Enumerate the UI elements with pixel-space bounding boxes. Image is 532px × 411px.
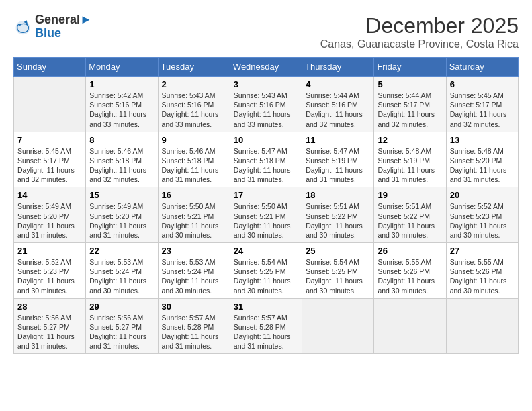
day-number: 28 — [17, 302, 82, 312]
day-info: Sunrise: 5:57 AM Sunset: 5:28 PM Dayligh… — [162, 313, 226, 351]
calendar-cell: 24Sunrise: 5:54 AM Sunset: 5:25 PM Dayli… — [230, 243, 302, 299]
day-number: 27 — [450, 246, 515, 256]
calendar-cell — [446, 298, 518, 354]
day-number: 12 — [378, 135, 442, 145]
calendar-cell: 26Sunrise: 5:55 AM Sunset: 5:26 PM Dayli… — [374, 243, 446, 299]
calendar-cell: 8Sunrise: 5:46 AM Sunset: 5:18 PM Daylig… — [86, 132, 158, 187]
day-number: 14 — [17, 190, 82, 200]
calendar-cell: 20Sunrise: 5:52 AM Sunset: 5:23 PM Dayli… — [446, 187, 518, 243]
calendar-cell: 6Sunrise: 5:45 AM Sunset: 5:17 PM Daylig… — [446, 77, 518, 132]
main-title: December 2025 — [320, 13, 519, 38]
week-row-5: 28Sunrise: 5:56 AM Sunset: 5:27 PM Dayli… — [14, 298, 519, 354]
calendar-cell: 9Sunrise: 5:46 AM Sunset: 5:18 PM Daylig… — [158, 132, 230, 187]
day-info: Sunrise: 5:49 AM Sunset: 5:20 PM Dayligh… — [17, 201, 82, 240]
day-info: Sunrise: 5:43 AM Sunset: 5:16 PM Dayligh… — [234, 91, 298, 129]
header-saturday: Saturday — [446, 58, 518, 77]
day-number: 4 — [306, 79, 370, 89]
day-info: Sunrise: 5:57 AM Sunset: 5:28 PM Dayligh… — [234, 313, 298, 351]
day-number: 5 — [378, 79, 442, 89]
day-info: Sunrise: 5:49 AM Sunset: 5:20 PM Dayligh… — [89, 201, 154, 240]
calendar-cell — [374, 298, 446, 354]
header-tuesday: Tuesday — [158, 58, 230, 77]
day-info: Sunrise: 5:43 AM Sunset: 5:16 PM Dayligh… — [162, 91, 226, 129]
day-info: Sunrise: 5:44 AM Sunset: 5:16 PM Dayligh… — [306, 91, 370, 129]
day-info: Sunrise: 5:56 AM Sunset: 5:27 PM Dayligh… — [17, 313, 82, 351]
day-number: 22 — [89, 246, 154, 256]
day-info: Sunrise: 5:54 AM Sunset: 5:25 PM Dayligh… — [234, 257, 298, 295]
calendar-cell: 12Sunrise: 5:48 AM Sunset: 5:19 PM Dayli… — [374, 132, 446, 187]
day-number: 17 — [234, 190, 298, 200]
day-info: Sunrise: 5:48 AM Sunset: 5:19 PM Dayligh… — [378, 146, 442, 185]
day-info: Sunrise: 5:45 AM Sunset: 5:17 PM Dayligh… — [450, 91, 515, 129]
calendar-cell: 18Sunrise: 5:51 AM Sunset: 5:22 PM Dayli… — [302, 187, 374, 243]
day-number: 8 — [89, 135, 154, 145]
day-info: Sunrise: 5:47 AM Sunset: 5:18 PM Dayligh… — [234, 146, 298, 185]
calendar-cell: 27Sunrise: 5:55 AM Sunset: 5:26 PM Dayli… — [446, 243, 518, 299]
calendar-cell: 2Sunrise: 5:43 AM Sunset: 5:16 PM Daylig… — [158, 77, 230, 132]
logo-icon — [13, 17, 32, 36]
calendar-cell: 30Sunrise: 5:57 AM Sunset: 5:28 PM Dayli… — [158, 298, 230, 354]
day-info: Sunrise: 5:48 AM Sunset: 5:20 PM Dayligh… — [450, 146, 515, 185]
day-number: 7 — [17, 135, 82, 145]
calendar-cell: 10Sunrise: 5:47 AM Sunset: 5:18 PM Dayli… — [230, 132, 302, 187]
day-info: Sunrise: 5:55 AM Sunset: 5:26 PM Dayligh… — [378, 257, 442, 295]
calendar-cell: 23Sunrise: 5:53 AM Sunset: 5:24 PM Dayli… — [158, 243, 230, 299]
title-section: December 2025 Canas, Guanacaste Province… — [320, 13, 519, 50]
day-info: Sunrise: 5:45 AM Sunset: 5:17 PM Dayligh… — [17, 146, 82, 185]
day-number: 26 — [378, 246, 442, 256]
subtitle: Canas, Guanacaste Province, Costa Rica — [320, 38, 519, 50]
calendar-cell: 31Sunrise: 5:57 AM Sunset: 5:28 PM Dayli… — [230, 298, 302, 354]
day-number: 6 — [450, 79, 515, 89]
day-number: 9 — [162, 135, 226, 145]
day-number: 10 — [234, 135, 298, 145]
calendar-header-row: Sunday Monday Tuesday Wednesday Thursday… — [14, 58, 519, 77]
header-monday: Monday — [86, 58, 158, 77]
day-info: Sunrise: 5:52 AM Sunset: 5:23 PM Dayligh… — [17, 257, 82, 295]
calendar-cell: 28Sunrise: 5:56 AM Sunset: 5:27 PM Dayli… — [14, 298, 86, 354]
header-wednesday: Wednesday — [230, 58, 302, 77]
calendar-cell: 4Sunrise: 5:44 AM Sunset: 5:16 PM Daylig… — [302, 77, 374, 132]
day-number: 29 — [89, 302, 154, 312]
day-number: 19 — [378, 190, 442, 200]
day-info: Sunrise: 5:50 AM Sunset: 5:21 PM Dayligh… — [162, 201, 226, 240]
day-info: Sunrise: 5:51 AM Sunset: 5:22 PM Dayligh… — [306, 201, 370, 240]
day-info: Sunrise: 5:53 AM Sunset: 5:24 PM Dayligh… — [89, 257, 154, 295]
calendar-cell: 29Sunrise: 5:56 AM Sunset: 5:27 PM Dayli… — [86, 298, 158, 354]
logo-text-line2: Blue — [35, 27, 92, 40]
header-friday: Friday — [374, 58, 446, 77]
calendar-cell: 3Sunrise: 5:43 AM Sunset: 5:16 PM Daylig… — [230, 77, 302, 132]
day-info: Sunrise: 5:55 AM Sunset: 5:26 PM Dayligh… — [450, 257, 515, 295]
day-number: 18 — [306, 190, 370, 200]
day-number: 25 — [306, 246, 370, 256]
day-number: 31 — [234, 302, 298, 312]
logo: General► Blue — [13, 13, 92, 40]
day-info: Sunrise: 5:46 AM Sunset: 5:18 PM Dayligh… — [162, 146, 226, 185]
day-number: 21 — [17, 246, 82, 256]
calendar-cell: 1Sunrise: 5:42 AM Sunset: 5:16 PM Daylig… — [86, 77, 158, 132]
calendar-cell: 7Sunrise: 5:45 AM Sunset: 5:17 PM Daylig… — [14, 132, 86, 187]
day-number: 11 — [306, 135, 370, 145]
calendar-cell: 14Sunrise: 5:49 AM Sunset: 5:20 PM Dayli… — [14, 187, 86, 243]
calendar-cell: 22Sunrise: 5:53 AM Sunset: 5:24 PM Dayli… — [86, 243, 158, 299]
day-info: Sunrise: 5:52 AM Sunset: 5:23 PM Dayligh… — [450, 201, 515, 240]
calendar-cell: 19Sunrise: 5:51 AM Sunset: 5:22 PM Dayli… — [374, 187, 446, 243]
week-row-1: 1Sunrise: 5:42 AM Sunset: 5:16 PM Daylig… — [14, 77, 519, 132]
calendar-cell: 11Sunrise: 5:47 AM Sunset: 5:19 PM Dayli… — [302, 132, 374, 187]
calendar-cell: 15Sunrise: 5:49 AM Sunset: 5:20 PM Dayli… — [86, 187, 158, 243]
calendar-cell: 25Sunrise: 5:54 AM Sunset: 5:25 PM Dayli… — [302, 243, 374, 299]
day-info: Sunrise: 5:56 AM Sunset: 5:27 PM Dayligh… — [89, 313, 154, 351]
day-number: 2 — [162, 79, 226, 89]
calendar-cell: 21Sunrise: 5:52 AM Sunset: 5:23 PM Dayli… — [14, 243, 86, 299]
week-row-3: 14Sunrise: 5:49 AM Sunset: 5:20 PM Dayli… — [14, 187, 519, 243]
day-info: Sunrise: 5:44 AM Sunset: 5:17 PM Dayligh… — [378, 91, 442, 129]
day-number: 1 — [89, 79, 154, 89]
day-number: 24 — [234, 246, 298, 256]
day-number: 20 — [450, 190, 515, 200]
day-number: 3 — [234, 79, 298, 89]
calendar-cell: 17Sunrise: 5:50 AM Sunset: 5:21 PM Dayli… — [230, 187, 302, 243]
day-info: Sunrise: 5:54 AM Sunset: 5:25 PM Dayligh… — [306, 257, 370, 295]
day-number: 13 — [450, 135, 515, 145]
header-sunday: Sunday — [14, 58, 86, 77]
day-info: Sunrise: 5:51 AM Sunset: 5:22 PM Dayligh… — [378, 201, 442, 240]
calendar-cell — [14, 77, 86, 132]
